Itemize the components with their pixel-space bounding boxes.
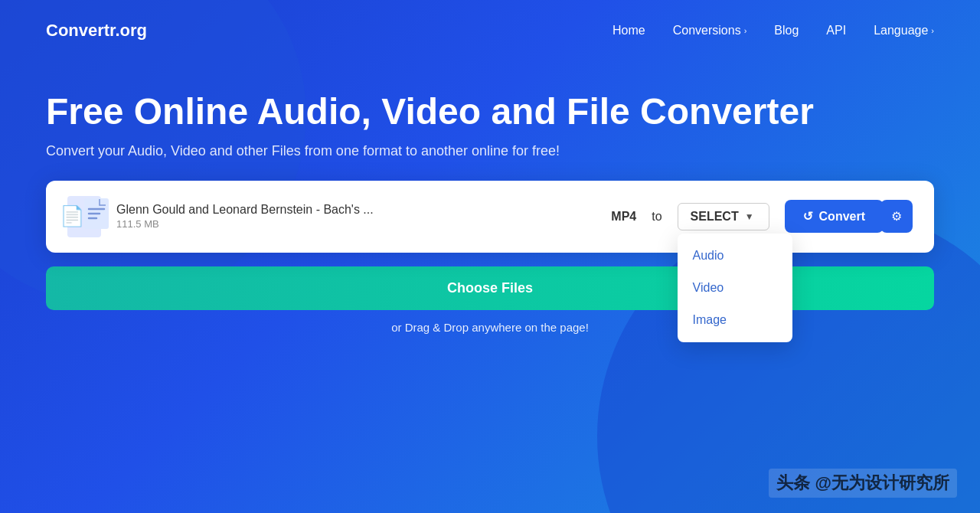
dropdown-item-image[interactable]: Image bbox=[678, 304, 792, 336]
main-content: Free Online Audio, Video and File Conver… bbox=[0, 61, 980, 334]
converter-box: Glenn Gould and Leonard Bernstein - Bach… bbox=[46, 181, 934, 253]
nav-language[interactable]: Language › bbox=[874, 24, 934, 38]
file-info: Glenn Gould and Leonard Bernstein - Bach… bbox=[116, 203, 596, 230]
file-name: Glenn Gould and Leonard Bernstein - Bach… bbox=[116, 203, 596, 217]
gear-icon: ⚙ bbox=[891, 210, 902, 223]
choose-files-button[interactable]: Choose Files bbox=[46, 266, 934, 310]
format-select-button[interactable]: SELECT ▼ bbox=[678, 203, 769, 230]
file-icon-glyph bbox=[84, 198, 109, 234]
to-label: to bbox=[652, 210, 662, 224]
logo[interactable]: Convertr.org bbox=[46, 21, 147, 41]
nav-api[interactable]: API bbox=[826, 24, 846, 38]
nav-conversions[interactable]: Conversions › bbox=[673, 24, 747, 38]
nav-blog[interactable]: Blog bbox=[774, 24, 799, 38]
drag-drop-text: or Drag & Drop anywhere on the page! bbox=[46, 321, 934, 334]
chevron-right-icon: › bbox=[931, 26, 934, 35]
format-from: MP4 bbox=[611, 210, 636, 224]
watermark: 头条 @无为设计研究所 bbox=[769, 469, 957, 498]
nav-home[interactable]: Home bbox=[612, 24, 645, 38]
settings-button[interactable]: ⚙ bbox=[880, 200, 913, 233]
format-select-container: SELECT ▼ Audio Video Image bbox=[678, 203, 769, 230]
convert-icon: ↻ bbox=[803, 209, 813, 224]
hero-subtitle: Convert your Audio, Video and other File… bbox=[46, 143, 934, 159]
dropdown-item-audio[interactable]: Audio bbox=[678, 240, 792, 272]
format-dropdown-menu: Audio Video Image bbox=[678, 234, 792, 342]
file-size: 111.5 MB bbox=[116, 218, 596, 230]
chevron-down-icon: › bbox=[744, 26, 747, 35]
file-icon bbox=[67, 196, 101, 237]
navbar: Convertr.org Home Conversions › Blog API… bbox=[0, 0, 980, 61]
select-arrow-icon: ▼ bbox=[745, 211, 754, 222]
hero-title: Free Online Audio, Video and File Conver… bbox=[46, 92, 888, 132]
dropdown-item-video[interactable]: Video bbox=[678, 272, 792, 304]
convert-button[interactable]: ↻ Convert bbox=[785, 200, 884, 233]
nav-links: Home Conversions › Blog API Language › bbox=[612, 24, 934, 38]
convert-btn-group: ↻ Convert ⚙ bbox=[785, 200, 913, 233]
